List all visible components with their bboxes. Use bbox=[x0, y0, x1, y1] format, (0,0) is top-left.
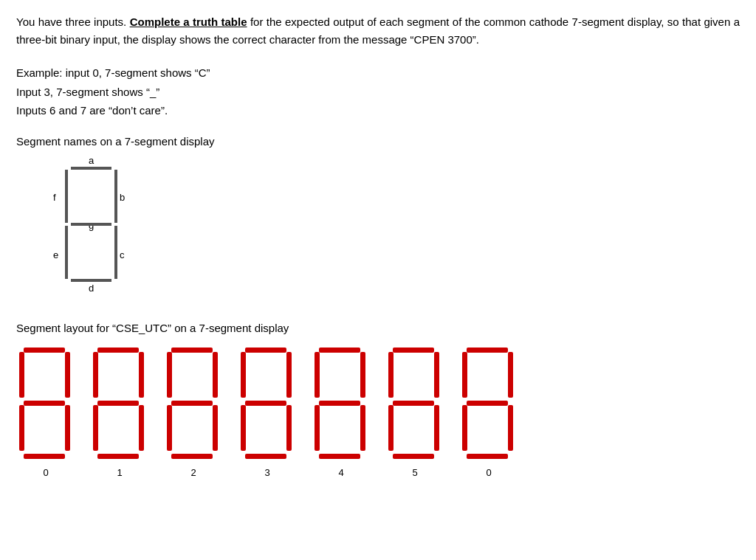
segment-layout-title: Segment layout for “CSE_UTC” on a 7-segm… bbox=[16, 322, 740, 334]
seg-e-2 bbox=[167, 405, 172, 451]
seg-d-line bbox=[71, 279, 111, 282]
display-char-6: 0 bbox=[459, 345, 518, 478]
example-line1: Example: input 0, 7-segment shows “C” bbox=[16, 63, 740, 83]
seg-b-3 bbox=[286, 352, 292, 398]
displays-row: 0123450 bbox=[16, 345, 740, 478]
seg-f-line bbox=[65, 170, 68, 223]
intro-paragraph: You have three inputs. Complete a truth … bbox=[16, 13, 740, 49]
seg-b-1 bbox=[139, 352, 144, 398]
char-label-2: 2 bbox=[190, 467, 196, 478]
seg-d-2 bbox=[171, 454, 213, 459]
seg-g-2 bbox=[171, 401, 213, 406]
seg-b-6 bbox=[508, 352, 513, 398]
char-label-1: 1 bbox=[117, 467, 122, 478]
seg-c-4 bbox=[360, 405, 365, 451]
display-char-5: 5 bbox=[385, 345, 444, 478]
display-char-1: 1 bbox=[90, 345, 149, 478]
seg-f-6 bbox=[462, 352, 467, 398]
seg-g-4 bbox=[319, 401, 360, 406]
seg7-5 bbox=[385, 345, 444, 463]
seg-g-6 bbox=[467, 401, 508, 406]
intro-text-before: You have three inputs. bbox=[16, 15, 130, 28]
label-e: e bbox=[53, 249, 58, 260]
seg-b-2 bbox=[213, 352, 218, 398]
seg-d-1 bbox=[97, 454, 139, 459]
seg7-4 bbox=[312, 345, 371, 463]
seg-g-1 bbox=[97, 401, 139, 406]
seg7-3 bbox=[238, 345, 297, 463]
seg-b-0 bbox=[65, 352, 70, 398]
seg-a-4 bbox=[319, 348, 360, 353]
seg-a-2 bbox=[171, 348, 213, 353]
char-label-4: 4 bbox=[338, 467, 343, 478]
seg-d-0 bbox=[24, 454, 65, 459]
label-f: f bbox=[53, 192, 56, 203]
char-label-5: 5 bbox=[412, 467, 417, 478]
seg-e-0 bbox=[19, 405, 24, 451]
seg7-1 bbox=[90, 345, 149, 463]
seg-c-5 bbox=[434, 405, 439, 451]
char-label-3: 3 bbox=[264, 467, 269, 478]
seg-e-3 bbox=[241, 405, 246, 451]
seg-b-4 bbox=[360, 352, 365, 398]
display-char-0: 0 bbox=[16, 345, 75, 478]
display-char-3: 3 bbox=[238, 345, 297, 478]
seg7-0 bbox=[16, 345, 75, 463]
char-label-0: 0 bbox=[43, 467, 48, 478]
seg-b-line bbox=[114, 170, 117, 223]
seg-f-1 bbox=[93, 352, 98, 398]
segment-diagram: a f b g e c d bbox=[38, 153, 134, 301]
seg-b-5 bbox=[434, 352, 439, 398]
seg-a-6 bbox=[467, 348, 508, 353]
seg-f-0 bbox=[19, 352, 24, 398]
seg-e-5 bbox=[388, 405, 394, 451]
seg-c-3 bbox=[286, 405, 292, 451]
seg-d-3 bbox=[245, 454, 286, 459]
segment-names-title: Segment names on a 7-segment display bbox=[16, 135, 740, 148]
seg-a-1 bbox=[97, 348, 139, 353]
label-a: a bbox=[89, 155, 94, 166]
label-b: b bbox=[120, 192, 125, 203]
seg-e-4 bbox=[315, 405, 320, 451]
seg-f-4 bbox=[315, 352, 320, 398]
seg-e-line bbox=[65, 226, 68, 279]
seg-a-line bbox=[71, 167, 111, 170]
seg-d-5 bbox=[393, 454, 434, 459]
seg-c-line bbox=[114, 226, 117, 279]
seg-d-4 bbox=[319, 454, 360, 459]
seg7-6 bbox=[459, 345, 518, 463]
examples-block: Example: input 0, 7-segment shows “C” In… bbox=[16, 63, 740, 120]
seg-c-0 bbox=[65, 405, 70, 451]
seg-e-6 bbox=[462, 405, 467, 451]
seg-f-5 bbox=[388, 352, 394, 398]
seg-a-3 bbox=[245, 348, 286, 353]
seg-a-5 bbox=[393, 348, 434, 353]
char-label-6: 0 bbox=[486, 467, 491, 478]
seg-c-2 bbox=[213, 405, 218, 451]
seg-f-3 bbox=[241, 352, 246, 398]
seg-a-0 bbox=[24, 348, 65, 353]
seg-c-6 bbox=[508, 405, 513, 451]
seg-c-1 bbox=[139, 405, 144, 451]
seg-g-line bbox=[71, 223, 111, 226]
display-char-4: 4 bbox=[312, 345, 371, 478]
seg-f-2 bbox=[167, 352, 172, 398]
highlight-text: Complete a truth table bbox=[130, 15, 247, 28]
seg-g-3 bbox=[245, 401, 286, 406]
seg7-2 bbox=[164, 345, 223, 463]
seg-e-1 bbox=[93, 405, 98, 451]
seg-g-0 bbox=[24, 401, 65, 406]
display-char-2: 2 bbox=[164, 345, 223, 478]
seg-g-5 bbox=[393, 401, 434, 406]
example-line2: Input 3, 7-segment shows “_” bbox=[16, 83, 740, 102]
example-line3: Inputs 6 and 7 are “don’t care”. bbox=[16, 101, 740, 120]
seg-d-6 bbox=[467, 454, 508, 459]
